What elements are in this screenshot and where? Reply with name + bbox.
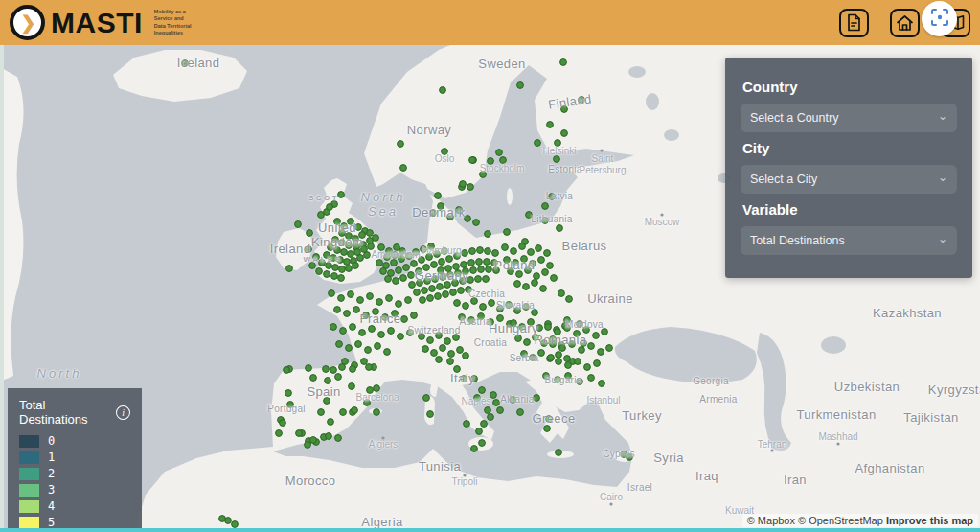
destination-marker[interactable] bbox=[517, 409, 524, 416]
destination-marker[interactable] bbox=[544, 426, 551, 432]
destination-marker[interactable] bbox=[493, 267, 500, 274]
destination-marker[interactable] bbox=[329, 290, 335, 297]
destination-marker[interactable] bbox=[542, 203, 549, 210]
destination-marker[interactable] bbox=[579, 97, 585, 104]
destination-marker[interactable] bbox=[471, 298, 478, 305]
destination-marker[interactable] bbox=[584, 364, 591, 371]
destination-marker[interactable] bbox=[564, 325, 571, 332]
destination-marker[interactable] bbox=[560, 59, 567, 66]
destination-marker[interactable] bbox=[285, 390, 292, 397]
destination-marker[interactable] bbox=[490, 392, 497, 399]
destination-marker[interactable] bbox=[493, 400, 500, 406]
destination-marker[interactable] bbox=[452, 280, 459, 287]
destination-marker[interactable] bbox=[437, 284, 444, 290]
destination-marker[interactable] bbox=[407, 330, 414, 336]
destination-marker[interactable] bbox=[328, 419, 334, 426]
destination-marker[interactable] bbox=[346, 345, 353, 352]
destination-marker[interactable] bbox=[528, 249, 535, 256]
destination-marker[interactable] bbox=[361, 359, 368, 365]
destination-marker[interactable] bbox=[514, 308, 521, 314]
destination-marker[interactable] bbox=[555, 377, 561, 383]
destination-marker[interactable] bbox=[627, 454, 633, 461]
destination-marker[interactable] bbox=[541, 340, 548, 347]
destination-marker[interactable] bbox=[427, 411, 434, 418]
destination-marker[interactable] bbox=[544, 250, 551, 257]
destination-marker[interactable] bbox=[306, 365, 312, 372]
destination-marker[interactable] bbox=[384, 254, 391, 261]
destination-marker[interactable] bbox=[519, 243, 526, 250]
destination-marker[interactable] bbox=[352, 407, 358, 414]
destination-marker[interactable] bbox=[396, 267, 402, 274]
destination-marker[interactable] bbox=[486, 266, 492, 273]
destination-marker[interactable] bbox=[382, 314, 389, 321]
destination-marker[interactable] bbox=[388, 328, 395, 335]
destination-marker[interactable] bbox=[502, 244, 509, 251]
destination-marker[interactable] bbox=[424, 278, 431, 285]
destination-marker[interactable] bbox=[346, 266, 353, 272]
destination-marker[interactable] bbox=[485, 407, 491, 414]
destination-marker[interactable] bbox=[346, 233, 353, 240]
destination-marker[interactable] bbox=[468, 260, 475, 266]
destination-marker[interactable] bbox=[500, 157, 507, 164]
destination-marker[interactable] bbox=[460, 278, 467, 285]
destination-marker[interactable] bbox=[232, 521, 239, 528]
destination-marker[interactable] bbox=[523, 284, 530, 290]
destination-marker[interactable] bbox=[355, 224, 362, 231]
destination-marker[interactable] bbox=[413, 249, 420, 256]
destination-marker[interactable] bbox=[421, 246, 427, 253]
masti-logo[interactable]: ❯ MASTI Mobility as aService andData Ter… bbox=[10, 5, 192, 40]
destination-marker[interactable] bbox=[469, 157, 476, 164]
destination-marker[interactable] bbox=[399, 248, 406, 255]
destination-marker[interactable] bbox=[478, 266, 485, 273]
destination-marker[interactable] bbox=[555, 329, 561, 335]
destination-marker[interactable] bbox=[594, 360, 601, 367]
destination-marker[interactable] bbox=[332, 237, 339, 243]
destination-marker[interactable] bbox=[565, 362, 572, 369]
destination-marker[interactable] bbox=[465, 216, 471, 222]
destination-marker[interactable] bbox=[483, 276, 490, 283]
destination-marker[interactable] bbox=[480, 304, 487, 311]
destination-marker[interactable] bbox=[380, 268, 387, 275]
destination-marker[interactable] bbox=[454, 300, 461, 307]
destination-marker[interactable] bbox=[551, 275, 558, 282]
destination-marker[interactable] bbox=[440, 345, 446, 352]
destination-marker[interactable] bbox=[480, 172, 487, 178]
destination-marker[interactable] bbox=[430, 210, 437, 217]
destination-marker[interactable] bbox=[453, 335, 460, 341]
destination-marker[interactable] bbox=[318, 409, 325, 416]
destination-marker[interactable] bbox=[471, 446, 478, 452]
destination-marker[interactable] bbox=[588, 375, 595, 382]
destination-marker[interactable] bbox=[559, 345, 566, 352]
destination-marker[interactable] bbox=[479, 440, 486, 447]
destination-marker[interactable] bbox=[310, 375, 317, 382]
destination-marker[interactable] bbox=[366, 364, 373, 371]
destination-marker[interactable] bbox=[378, 332, 385, 338]
destination-marker[interactable] bbox=[326, 263, 332, 269]
destination-marker[interactable] bbox=[497, 407, 504, 414]
destination-marker[interactable] bbox=[444, 282, 451, 289]
destination-marker[interactable] bbox=[564, 356, 571, 362]
destination-marker[interactable] bbox=[331, 273, 338, 280]
destination-marker[interactable] bbox=[406, 253, 413, 260]
destination-marker[interactable] bbox=[542, 269, 549, 276]
destination-marker[interactable] bbox=[488, 319, 494, 326]
destination-marker[interactable] bbox=[464, 421, 470, 428]
destination-marker[interactable] bbox=[296, 430, 303, 437]
destination-marker[interactable] bbox=[427, 295, 434, 302]
destination-marker[interactable] bbox=[438, 203, 444, 210]
destination-marker[interactable] bbox=[447, 214, 454, 220]
home-button[interactable] bbox=[890, 9, 920, 37]
destination-marker[interactable] bbox=[549, 194, 556, 200]
destination-marker[interactable] bbox=[561, 106, 568, 113]
destination-marker[interactable] bbox=[593, 333, 600, 339]
destination-marker[interactable] bbox=[398, 141, 404, 148]
destination-marker[interactable] bbox=[182, 60, 189, 67]
destination-marker[interactable] bbox=[286, 266, 293, 272]
destination-marker[interactable] bbox=[581, 340, 587, 347]
destination-marker[interactable] bbox=[461, 262, 467, 268]
destination-marker[interactable] bbox=[528, 319, 535, 326]
destination-marker[interactable] bbox=[327, 204, 333, 211]
destination-marker[interactable] bbox=[385, 276, 392, 283]
destination-marker[interactable] bbox=[344, 311, 351, 317]
destination-marker[interactable] bbox=[556, 450, 562, 456]
